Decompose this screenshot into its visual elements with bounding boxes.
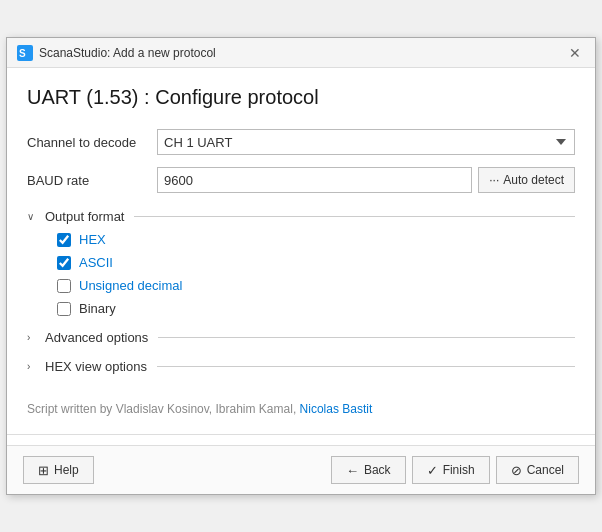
unsigned-decimal-label: Unsigned decimal <box>79 278 182 293</box>
svg-text:S: S <box>19 48 26 59</box>
binary-row: Binary <box>57 301 575 316</box>
advanced-options-line <box>158 337 575 338</box>
footer: ⊞ Help ← Back ✓ Finish ⊘ Cancel <box>7 445 595 494</box>
footer-right: ← Back ✓ Finish ⊘ Cancel <box>331 456 579 484</box>
footer-left: ⊞ Help <box>23 456 94 484</box>
output-format-label: Output format <box>45 209 124 224</box>
advanced-options-label: Advanced options <box>45 330 148 345</box>
finish-button[interactable]: ✓ Finish <box>412 456 490 484</box>
cancel-label: Cancel <box>527 463 564 477</box>
advanced-options-section: › Advanced options <box>27 326 575 349</box>
output-format-chevron: ∨ <box>27 211 39 222</box>
channel-select[interactable]: CH 1 UARTCH 2CH 3 <box>157 129 575 155</box>
help-button[interactable]: ⊞ Help <box>23 456 94 484</box>
baud-input[interactable] <box>157 167 472 193</box>
hex-view-options-header[interactable]: › HEX view options <box>27 355 575 378</box>
help-icon: ⊞ <box>38 463 49 478</box>
help-label: Help <box>54 463 79 477</box>
hex-view-options-section: › HEX view options <box>27 355 575 378</box>
unsigned-decimal-checkbox[interactable] <box>57 279 71 293</box>
finish-label: Finish <box>443 463 475 477</box>
advanced-options-header[interactable]: › Advanced options <box>27 326 575 349</box>
credits-link[interactable]: Nicolas Bastit <box>300 402 373 416</box>
ascii-checkbox[interactable] <box>57 256 71 270</box>
unsigned-decimal-row: Unsigned decimal <box>57 278 575 293</box>
titlebar-title: ScanaStudio: Add a new protocol <box>39 46 216 60</box>
auto-detect-label: Auto detect <box>503 173 564 187</box>
hex-row: HEX <box>57 232 575 247</box>
hex-view-options-label: HEX view options <box>45 359 147 374</box>
finish-icon: ✓ <box>427 463 438 478</box>
binary-checkbox[interactable] <box>57 302 71 316</box>
auto-detect-dots: ··· <box>489 173 499 187</box>
credits: Script written by Vladislav Kosinov, Ibr… <box>7 394 595 424</box>
page-title: UART (1.53) : Configure protocol <box>27 86 575 109</box>
output-format-header-line: Output format <box>45 209 575 224</box>
hex-label: HEX <box>79 232 106 247</box>
output-format-line <box>134 216 575 217</box>
credits-text: Script written by Vladislav Kosinov, Ibr… <box>27 402 300 416</box>
hex-view-options-line <box>157 366 575 367</box>
main-window: S ScanaStudio: Add a new protocol ✕ UART… <box>6 37 596 495</box>
ascii-row: ASCII <box>57 255 575 270</box>
ascii-label: ASCII <box>79 255 113 270</box>
hex-view-options-header-line: HEX view options <box>45 359 575 374</box>
baud-row: BAUD rate ··· Auto detect <box>27 167 575 193</box>
baud-label: BAUD rate <box>27 173 157 188</box>
output-format-header[interactable]: ∨ Output format <box>27 205 575 228</box>
hex-view-options-chevron: › <box>27 361 39 372</box>
titlebar-left: S ScanaStudio: Add a new protocol <box>17 45 216 61</box>
cancel-button[interactable]: ⊘ Cancel <box>496 456 579 484</box>
main-content: UART (1.53) : Configure protocol Channel… <box>7 68 595 394</box>
hex-checkbox[interactable] <box>57 233 71 247</box>
output-format-section: ∨ Output format HEX ASCII Unsigned deci <box>27 205 575 316</box>
channel-row: Channel to decode CH 1 UARTCH 2CH 3 <box>27 129 575 155</box>
app-icon: S <box>17 45 33 61</box>
advanced-options-chevron: › <box>27 332 39 343</box>
close-button[interactable]: ✕ <box>565 43 585 63</box>
footer-divider <box>7 434 595 435</box>
back-icon: ← <box>346 463 359 478</box>
binary-label: Binary <box>79 301 116 316</box>
back-button[interactable]: ← Back <box>331 456 406 484</box>
back-label: Back <box>364 463 391 477</box>
advanced-options-header-line: Advanced options <box>45 330 575 345</box>
channel-label: Channel to decode <box>27 135 157 150</box>
cancel-icon: ⊘ <box>511 463 522 478</box>
titlebar: S ScanaStudio: Add a new protocol ✕ <box>7 38 595 68</box>
output-format-content: HEX ASCII Unsigned decimal Binary <box>27 232 575 316</box>
auto-detect-button[interactable]: ··· Auto detect <box>478 167 575 193</box>
